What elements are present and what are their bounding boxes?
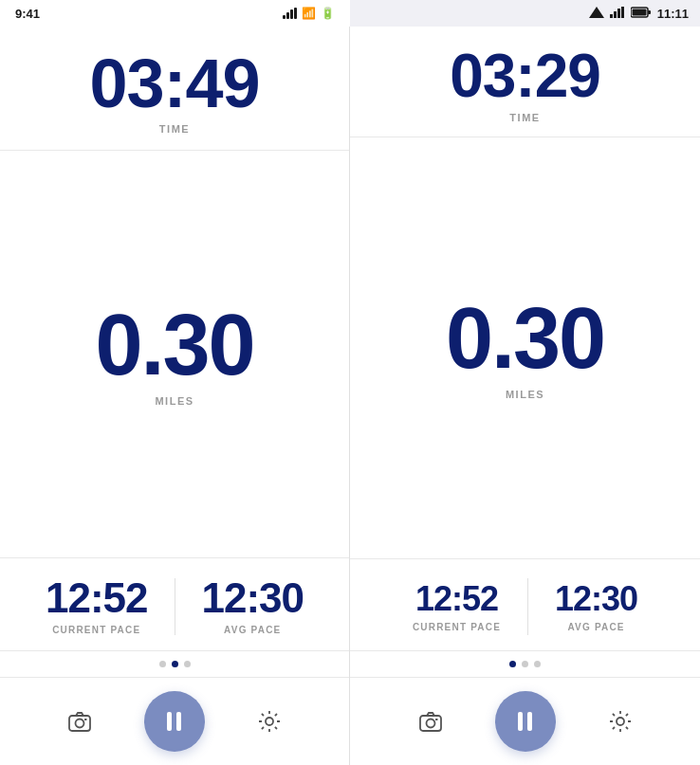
wifi-icon: 📶 [302,7,316,20]
svg-marker-0 [589,7,604,18]
miles-section-right: 0.30 MILES [350,137,700,559]
svg-rect-10 [84,719,87,720]
miles-label-right: MILES [506,389,544,400]
miles-value-left: 0.30 [95,302,253,388]
pause-button-right[interactable] [495,691,556,752]
current-pace-value-right: 12:52 [415,582,498,616]
pace-section-left: 12:52 CURRENT PACE 12:30 AVG PACE [0,558,349,651]
avg-pace-left: 12:30 AVG PACE [175,577,331,635]
avg-pace-label-left: AVG PACE [224,625,281,635]
pause-icon-left [167,712,181,731]
time-value-right: 03:29 [450,46,600,106]
pause-icon-right [518,712,532,731]
svg-rect-8 [69,716,90,731]
dots-left [0,651,349,677]
dot-1-left[interactable] [159,661,166,667]
svg-point-13 [426,719,434,728]
dot-2-left[interactable] [172,661,178,667]
miles-label-left: MILES [155,395,193,407]
svg-rect-2 [614,11,617,18]
svg-rect-3 [617,9,620,18]
current-pace-label-left: CURRENT PACE [52,625,140,635]
status-bar-right: 11:11 [350,0,700,27]
avg-pace-right: 12:30 AVG PACE [528,582,664,632]
controls-right [350,677,700,765]
current-pace-right: 12:52 CURRENT PACE [386,582,527,632]
dot-3-right[interactable] [534,661,541,667]
time-label-right: TIME [509,112,540,123]
svg-point-11 [266,718,273,725]
dots-right [350,651,700,677]
settings-button-left[interactable] [249,701,289,741]
svg-rect-6 [648,10,651,14]
dot-2-right[interactable] [522,661,528,667]
camera-button-left[interactable] [60,701,100,741]
svg-rect-12 [420,716,441,731]
svg-rect-7 [632,9,646,16]
status-bar-left: 9:41 📶 🔋 [0,0,350,27]
svg-rect-14 [435,719,438,720]
current-pace-label-right: CURRENT PACE [413,622,501,632]
avg-pace-label-right: AVG PACE [567,622,624,632]
time-right: 11:11 [657,7,689,21]
time-left: 9:41 [15,7,40,21]
miles-section-left: 0.30 MILES [0,151,349,558]
phone-right: 03:29 TIME 0.30 MILES 12:52 CURRENT PACE… [350,27,700,765]
avg-pace-value-right: 12:30 [555,582,637,616]
dot-1-right[interactable] [509,661,516,667]
svg-point-15 [617,718,624,725]
pause-button-left[interactable] [144,691,205,752]
time-value-left: 03:49 [89,49,259,118]
signal-icon [283,8,297,19]
phone-left: 03:49 TIME 0.30 MILES 12:52 CURRENT PACE… [0,27,350,765]
signal-bars-right [610,5,625,22]
current-pace-value-left: 12:52 [46,577,148,619]
current-pace-left: 12:52 CURRENT PACE [19,577,175,635]
svg-rect-4 [621,7,624,18]
time-section-right: 03:29 TIME [350,27,700,137]
time-section-left: 03:49 TIME [0,27,349,151]
svg-point-9 [76,719,84,728]
settings-button-right[interactable] [600,701,640,741]
battery-icon-right [631,5,652,22]
dot-3-left[interactable] [184,661,191,667]
signal-icon-right [589,5,604,22]
avg-pace-value-left: 12:30 [202,577,304,619]
miles-value-right: 0.30 [446,296,604,381]
pace-section-right: 12:52 CURRENT PACE 12:30 AVG PACE [350,559,700,651]
svg-rect-1 [610,14,613,18]
time-label-left: TIME [159,123,190,135]
camera-button-right[interactable] [411,701,451,741]
battery-icon: 🔋 [321,7,335,20]
controls-left [0,677,349,765]
